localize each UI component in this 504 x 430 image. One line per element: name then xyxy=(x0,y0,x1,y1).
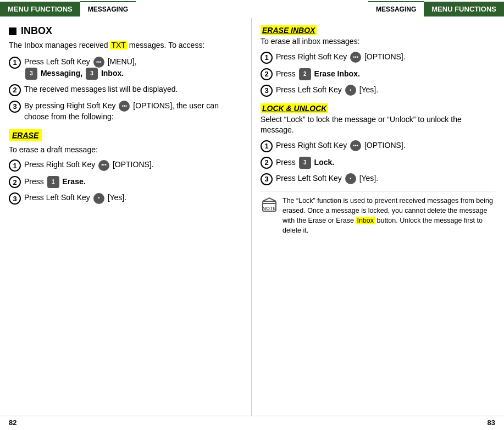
left-page-number: 82 xyxy=(0,416,252,430)
erase-step-2-circle: 2 xyxy=(9,176,21,188)
note-icon: NOTE xyxy=(261,197,278,214)
lock-unlock-desc: Select “Lock” to lock the message or “Un… xyxy=(261,114,495,136)
ei-step-3: 3 Press Left Soft Key • [Yes]. xyxy=(261,85,495,97)
messaging-label: Messaging, xyxy=(41,69,85,78)
left-soft-key-icon: ••• xyxy=(93,57,104,68)
key-1-icon: 1 xyxy=(47,176,59,188)
erase-step-2-content: Press 1 Erase. xyxy=(24,176,86,188)
ei-step-2: 2 Press 2 Erase Inbox. xyxy=(261,68,495,80)
ei-left-soft-key-icon: • xyxy=(345,85,356,96)
lu-right-soft-key-icon: ••• xyxy=(350,140,361,151)
erase-inbox-text: Erase Inbox. xyxy=(314,69,360,78)
erase-inbox-heading: ERASE INBOX xyxy=(261,25,495,36)
page-container: INBOX The Inbox manages received TXT mes… xyxy=(0,18,504,416)
lu-step-3-circle: 3 xyxy=(261,173,273,185)
inbox-intro-text: The Inbox manages received TXT messages.… xyxy=(9,40,242,51)
key-2-icon: 2 xyxy=(299,68,311,80)
lu-step-2: 2 Press 3 Lock. xyxy=(261,157,495,169)
lock-unlock-label: LOCK & UNLOCK xyxy=(261,103,328,113)
key-3-icon: 3 xyxy=(25,68,37,80)
erase-step-2: 2 Press 1 Erase. xyxy=(9,176,242,188)
ei-step-2-circle: 2 xyxy=(261,68,273,80)
lu-step-2-circle: 2 xyxy=(261,157,273,169)
right-soft-key-icon-3: ••• xyxy=(119,101,130,112)
page-footer: 82 83 xyxy=(0,416,504,430)
erase-step-3-content: Press Left Soft Key • [Yes]. xyxy=(24,192,126,203)
header-right: MESSAGING MENU FUNCTIONS xyxy=(252,0,504,18)
ei-right-soft-key-icon: ••• xyxy=(350,52,361,63)
ei-step-1: 1 Press Right Soft Key ••• [OPTIONS]. xyxy=(261,52,495,64)
lu-step-3: 3 Press Left Soft Key • [Yes]. xyxy=(261,173,495,185)
page-header: MENU FUNCTIONS MESSAGING MESSAGING MENU … xyxy=(0,0,504,18)
erase-step-1: 1 Press Right Soft Key ••• [OPTIONS]. xyxy=(9,159,242,172)
step-1-content: Press Left Soft Key ••• [MENU], 3 Messag… xyxy=(24,57,137,80)
ei-step-2-content: Press 2 Erase Inbox. xyxy=(276,68,360,80)
erase-inbox-label: ERASE INBOX xyxy=(261,25,317,35)
lu-step-1-circle: 1 xyxy=(261,140,273,152)
ei-step-3-circle: 3 xyxy=(261,85,273,97)
erase-step-1-circle: 1 xyxy=(9,159,21,172)
key-3b-icon: 3 xyxy=(86,68,98,80)
lu-step-1: 1 Press Right Soft Key ••• [OPTIONS]. xyxy=(261,140,495,152)
inbox-heading: INBOX xyxy=(9,25,242,37)
ei-step-1-content: Press Right Soft Key ••• [OPTIONS]. xyxy=(276,52,406,63)
right-messaging-label: MESSAGING xyxy=(368,1,424,16)
black-square-icon xyxy=(9,27,16,35)
inbox-label: Inbox. xyxy=(101,69,124,78)
lu-left-soft-key-icon: • xyxy=(345,173,356,184)
erase-step-3: 3 Press Left Soft Key • [Yes]. xyxy=(9,192,242,205)
erase-text: Erase. xyxy=(63,177,86,186)
ei-step-1-circle: 1 xyxy=(261,52,273,64)
left-step-2: 2 The received messages list will be dis… xyxy=(9,84,242,96)
erase-step-1-content: Press Right Soft Key ••• [OPTIONS]. xyxy=(24,159,154,170)
left-step-1: 1 Press Left Soft Key ••• [MENU], 3 Mess… xyxy=(9,57,242,80)
header-left: MENU FUNCTIONS MESSAGING xyxy=(0,0,252,18)
left-menu-functions-label: MENU FUNCTIONS xyxy=(0,2,80,16)
lock-text: Lock. xyxy=(314,157,335,166)
lu-step-3-content: Press Left Soft Key • [Yes]. xyxy=(276,173,378,184)
right-page-number: 83 xyxy=(252,416,504,430)
step-3-content: By pressing Right Soft Key ••• [OPTIONS]… xyxy=(24,101,242,123)
erase-label: ERASE xyxy=(9,129,42,141)
inbox-note-highlight: Inbox xyxy=(356,217,375,224)
left-messaging-label: MESSAGING xyxy=(80,1,136,16)
step-3-circle: 3 xyxy=(9,101,21,113)
erase-section-label: ERASE xyxy=(9,129,242,145)
erase-right-soft-key-icon: ••• xyxy=(98,160,109,171)
step-2-circle: 2 xyxy=(9,84,21,96)
ei-step-3-content: Press Left Soft Key • [Yes]. xyxy=(276,85,378,96)
erase-inbox-desc: To erase all inbox messages: xyxy=(261,36,495,47)
lu-step-2-content: Press 3 Lock. xyxy=(276,157,334,169)
lu-step-1-content: Press Right Soft Key ••• [OPTIONS]. xyxy=(276,140,406,151)
key-3-lock-icon: 3 xyxy=(299,157,311,169)
step-1-circle: 1 xyxy=(9,57,21,69)
erase-step-3-circle: 3 xyxy=(9,192,21,205)
note-text: The “Lock” function is used to prevent r… xyxy=(283,196,495,236)
lock-unlock-heading: LOCK & UNLOCK xyxy=(261,103,495,114)
step-2-content: The received messages list will be displ… xyxy=(24,84,178,95)
svg-text:NOTE: NOTE xyxy=(262,206,276,211)
erase-desc: To erase a draft message: xyxy=(9,145,242,156)
txt-highlight: TXT xyxy=(110,41,126,49)
right-page: ERASE INBOX To erase all inbox messages:… xyxy=(252,18,504,416)
right-menu-functions-label: MENU FUNCTIONS xyxy=(424,2,504,16)
left-step-3: 3 By pressing Right Soft Key ••• [OPTION… xyxy=(9,101,242,123)
note-section: NOTE The “Lock” function is used to prev… xyxy=(261,191,495,236)
erase-left-soft-key-icon: • xyxy=(93,193,104,204)
left-page: INBOX The Inbox manages received TXT mes… xyxy=(0,18,252,416)
inbox-title: INBOX xyxy=(21,25,52,37)
